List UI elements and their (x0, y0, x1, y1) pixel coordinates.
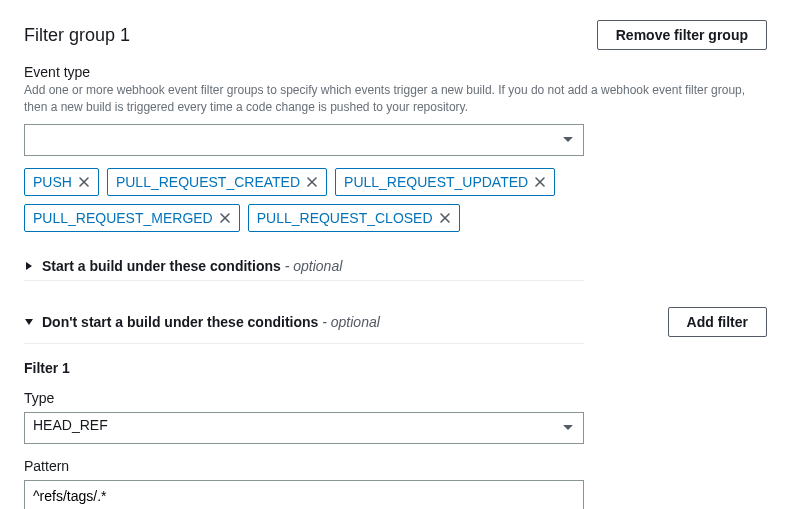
filter-type-label: Type (24, 390, 767, 406)
close-icon[interactable] (219, 212, 231, 224)
tag-label: PUSH (33, 174, 72, 190)
tag-label: PULL_REQUEST_CLOSED (257, 210, 433, 226)
event-type-tag: PUSH (24, 168, 99, 196)
tag-label: PULL_REQUEST_CREATED (116, 174, 300, 190)
close-icon[interactable] (439, 212, 451, 224)
tag-label: PULL_REQUEST_MERGED (33, 210, 213, 226)
start-build-title: Start a build under these conditions - o… (42, 258, 342, 274)
caret-down-icon (24, 317, 34, 327)
event-type-select[interactable] (24, 124, 584, 156)
event-type-tag: PULL_REQUEST_MERGED (24, 204, 240, 232)
event-type-tags: PUSHPULL_REQUEST_CREATEDPULL_REQUEST_UPD… (24, 168, 584, 232)
event-type-description: Add one or more webhook event filter gro… (24, 82, 764, 116)
caret-right-icon (24, 261, 34, 271)
filter-group-title: Filter group 1 (24, 25, 130, 46)
event-type-tag: PULL_REQUEST_CREATED (107, 168, 327, 196)
event-type-tag: PULL_REQUEST_CLOSED (248, 204, 460, 232)
start-build-section-toggle[interactable]: Start a build under these conditions - o… (24, 258, 767, 274)
add-filter-button[interactable]: Add filter (668, 307, 767, 337)
filter-type-select-value[interactable]: HEAD_REF (24, 412, 584, 444)
tag-label: PULL_REQUEST_UPDATED (344, 174, 528, 190)
event-type-select-value[interactable] (24, 124, 584, 156)
event-type-label: Event type (24, 64, 767, 80)
close-icon[interactable] (534, 176, 546, 188)
filter-pattern-input[interactable] (24, 480, 584, 509)
filter-type-select[interactable]: HEAD_REF (24, 412, 584, 444)
dont-start-build-title: Don't start a build under these conditio… (42, 314, 380, 330)
remove-filter-group-button[interactable]: Remove filter group (597, 20, 767, 50)
filter-1-title: Filter 1 (24, 360, 767, 376)
event-type-tag: PULL_REQUEST_UPDATED (335, 168, 555, 196)
filter-pattern-label: Pattern (24, 458, 767, 474)
dont-start-build-section-toggle[interactable]: Don't start a build under these conditio… (24, 314, 380, 330)
close-icon[interactable] (306, 176, 318, 188)
divider (24, 343, 584, 344)
close-icon[interactable] (78, 176, 90, 188)
divider (24, 280, 584, 281)
